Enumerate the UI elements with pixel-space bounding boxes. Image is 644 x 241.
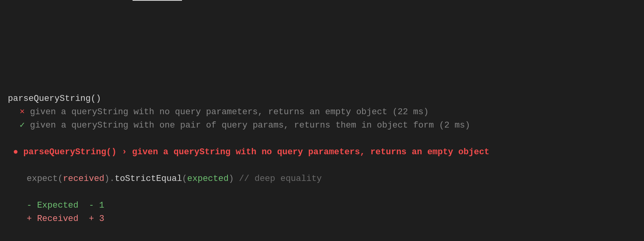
bullet-icon: ● <box>13 147 18 157</box>
expect-text: ( <box>182 174 187 184</box>
blank-line <box>8 186 636 199</box>
expect-line: expect(received).toStrictEqual(expected)… <box>8 172 636 186</box>
test-name: given a queryString with no query parame… <box>30 107 387 117</box>
blank-line <box>8 159 636 172</box>
failure-title: parseQueryString() › given a queryString… <box>24 147 489 157</box>
test-duration: (2 ms) <box>439 120 470 130</box>
diff-summary-received: + Received + 3 <box>8 212 636 226</box>
blank-line <box>8 226 636 239</box>
test-result-fail: × given a queryString with no query para… <box>8 106 636 119</box>
test-output: parseQueryString()× given a queryString … <box>8 92 636 241</box>
fail-mark-icon: × <box>20 107 25 117</box>
diff-line: - Object {} <box>8 239 636 241</box>
test-duration: (22 ms) <box>393 107 429 117</box>
received-label: received <box>63 174 104 184</box>
expected-label: expected <box>187 174 229 184</box>
tab-underline <box>133 0 182 1</box>
failure-header: ● parseQueryString() › given a queryStri… <box>8 146 636 159</box>
suite-title: parseQueryString() <box>8 92 636 106</box>
pass-mark-icon: ✓ <box>20 120 25 130</box>
test-result-pass: ✓ given a queryString with one pair of q… <box>8 119 636 132</box>
matcher-name: toStrictEqual <box>115 174 182 184</box>
expect-text: ) <box>229 174 239 184</box>
test-name: given a queryString with one pair of que… <box>30 120 434 130</box>
comment-text: // deep equality <box>239 174 322 184</box>
expect-text: expect( <box>27 174 63 184</box>
diff-summary-expected: - Expected - 1 <box>8 199 636 212</box>
expect-text: ). <box>104 174 115 184</box>
blank-line <box>8 132 636 146</box>
